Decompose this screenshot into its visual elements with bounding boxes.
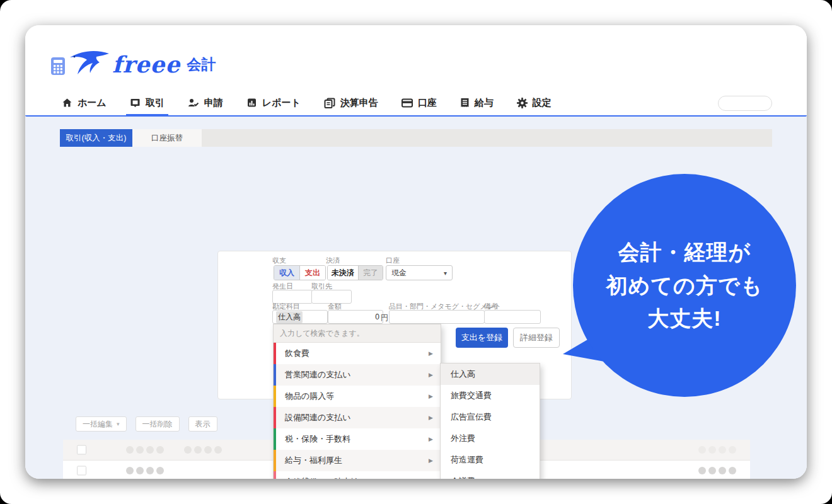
submenu-item-meetings[interactable]: 会議費 <box>441 471 540 479</box>
submenu-arrow-icon: ▶ <box>429 457 433 464</box>
transactions-icon <box>130 98 141 108</box>
income-expense-label: 収支 <box>272 256 286 265</box>
nav-label: 決算申告 <box>340 97 378 109</box>
menu-item-label: 金銭貸借・一時支払 <box>285 476 359 479</box>
display-button[interactable]: 表示 <box>188 416 217 432</box>
menu-item-label: 営業関連の支払い <box>285 369 351 381</box>
app-header: freee 会計 ホーム 取引 申請 レポート <box>25 25 807 117</box>
nav-item-payroll[interactable]: 給与 <box>460 90 494 115</box>
amount-value: 0 <box>375 312 379 321</box>
nav-search-input[interactable] <box>718 96 772 111</box>
category-color-bar <box>274 343 276 364</box>
placeholder-dots <box>126 446 164 454</box>
placeholder-dots <box>698 467 736 474</box>
submenu-arrow-icon: ▶ <box>429 372 433 378</box>
product-name: 会計 <box>187 55 216 74</box>
freee-logo: freee 会計 <box>50 49 216 76</box>
submenu-arrow-icon: ▶ <box>429 415 433 421</box>
person-check-icon <box>188 98 199 108</box>
placeholder-dots <box>184 446 222 454</box>
amount-unit: 円 <box>381 312 388 323</box>
nav-item-transactions[interactable]: 取引 <box>130 90 165 115</box>
menu-item-label: 給与・福利厚生 <box>285 455 342 466</box>
tab-transactions[interactable]: 取引(収入・支出) <box>60 129 132 147</box>
nav-item-tax-filing[interactable]: 決算申告 <box>324 90 378 115</box>
tab-strip: 取引(収入・支出) 口座振替 <box>60 129 772 147</box>
nav-item-settings[interactable]: 設定 <box>517 90 552 115</box>
placeholder-dots <box>698 446 736 454</box>
expense-option[interactable]: 支出 <box>299 266 325 280</box>
category-color-bar <box>274 428 276 450</box>
app-window: freee 会計 ホーム 取引 申請 レポート <box>25 25 807 479</box>
chevron-down-icon: ▾ <box>117 421 120 427</box>
ledger-icon <box>460 98 470 108</box>
menu-item-goods[interactable]: 物品の購入等▶ <box>274 386 441 407</box>
category-color-bar <box>274 386 276 407</box>
bar-chart-icon <box>246 98 257 108</box>
submenu-item-shipping[interactable]: 荷造運費 <box>441 449 540 471</box>
row-checkbox[interactable] <box>77 466 86 476</box>
nav-item-reports[interactable]: レポート <box>246 90 301 115</box>
category-color-bar <box>274 450 276 471</box>
menu-item-equipment[interactable]: 設備関連の支払い▶ <box>274 407 441 428</box>
income-option[interactable]: 収入 <box>274 266 299 280</box>
unsettled-option[interactable]: 未決済 <box>328 266 358 280</box>
register-expense-button[interactable]: 支出を登録 <box>456 328 508 348</box>
menu-item-sales[interactable]: 営業関連の支払い▶ <box>274 364 441 386</box>
menu-item-label: 飲食費 <box>285 348 309 359</box>
submenu-item-purchases[interactable]: 仕入高 <box>441 364 540 385</box>
nav-item-home[interactable]: ホーム <box>62 90 107 115</box>
bubble-text-line: 大丈夫! <box>647 302 721 335</box>
menu-item-label: 税・保険・手数料 <box>285 433 350 445</box>
placeholder-dots <box>126 467 164 474</box>
category-color-bar <box>274 364 276 386</box>
amount-input[interactable]: 0 <box>328 310 383 324</box>
account-item-input[interactable]: 仕入高 <box>272 310 328 324</box>
account-select-value: 現金 <box>391 268 407 278</box>
tab-account-transfer[interactable]: 口座振替 <box>132 129 202 147</box>
brand-name: freee <box>112 53 180 76</box>
menu-item-food[interactable]: 飲食費▶ <box>274 343 441 364</box>
bulk-edit-button[interactable]: 一括編集▾ <box>76 416 127 432</box>
category-color-bar <box>274 407 276 428</box>
detail-register-button[interactable]: 詳細登録 <box>513 328 560 348</box>
chevron-down-icon: ▾ <box>444 270 447 277</box>
settlement-label: 決済 <box>326 256 340 265</box>
nav-item-requests[interactable]: 申請 <box>188 90 223 115</box>
settled-option[interactable]: 完了 <box>358 266 383 280</box>
account-item-submenu: 仕入高 旅費交通費 広告宣伝費 外注費 荷造運費 会議費 交際費 <box>440 363 540 479</box>
gear-icon <box>517 98 528 108</box>
select-all-checkbox[interactable] <box>77 445 86 455</box>
memo-input[interactable] <box>484 310 541 324</box>
menu-item-loans[interactable]: 金銭貸借・一時支払▶ <box>274 471 441 479</box>
list-controls: 一括編集▾ 一括削除 表示 <box>76 416 217 432</box>
settlement-toggle: 未決済 完了 <box>327 265 383 280</box>
submenu-arrow-icon: ▶ <box>429 350 433 357</box>
page-background: freee 会計 ホーム 取引 申請 レポート <box>0 0 832 504</box>
nav-label: 申請 <box>204 97 223 109</box>
bulk-delete-button[interactable]: 一括削除 <box>136 416 180 432</box>
category-color-bar <box>274 471 276 479</box>
dropdown-search-input[interactable]: 入力して検索できます。 <box>274 324 441 343</box>
menu-item-tax[interactable]: 税・保険・手数料▶ <box>274 428 441 450</box>
speech-bubble: 会計・経理が 初めての方でも 大丈夫! <box>573 174 796 397</box>
nav-label: 口座 <box>418 97 437 109</box>
tags-input[interactable] <box>389 310 485 324</box>
account-select[interactable]: 現金 ▾ <box>386 265 453 280</box>
submenu-arrow-icon: ▶ <box>429 393 433 399</box>
card-icon <box>402 98 413 108</box>
submenu-item-advertising[interactable]: 広告宣伝費 <box>441 406 540 428</box>
menu-item-payroll[interactable]: 給与・福利厚生▶ <box>274 450 441 471</box>
account-label: 口座 <box>386 256 400 265</box>
account-item-value: 仕入高 <box>276 311 303 323</box>
bubble-text-line: 初めての方でも <box>606 269 763 302</box>
submenu-item-outsourcing[interactable]: 外注費 <box>441 428 540 449</box>
menu-item-label: 物品の購入等 <box>285 391 334 402</box>
nav-item-accounts[interactable]: 口座 <box>402 90 437 115</box>
bulk-edit-label: 一括編集 <box>83 419 113 430</box>
account-item-dropdown: 入力して検索できます。 飲食費▶ 営業関連の支払い▶ 物品の購入等▶ 設備関連の… <box>273 324 441 479</box>
submenu-item-travel[interactable]: 旅費交通費 <box>441 385 540 406</box>
submenu-arrow-icon: ▶ <box>429 436 433 442</box>
bubble-text-line: 会計・経理が <box>618 236 751 269</box>
main-nav: ホーム 取引 申請 レポート 決算申告 <box>62 90 552 115</box>
